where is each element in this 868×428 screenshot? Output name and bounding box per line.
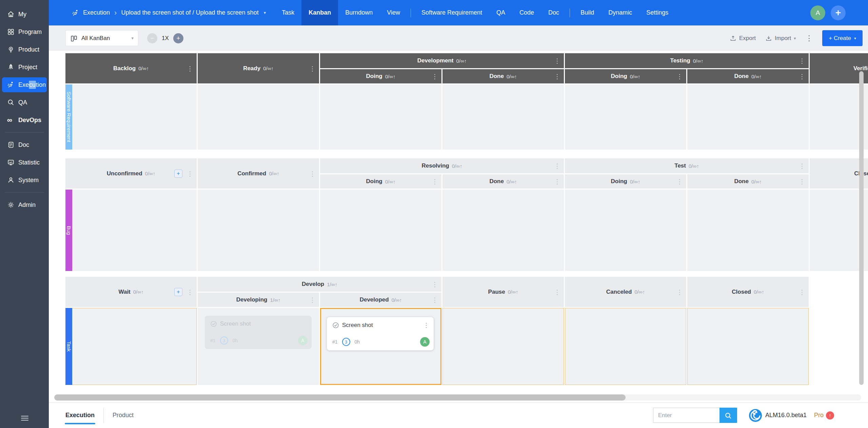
kanban-board-icon	[70, 35, 78, 42]
cell-testing-done[interactable]	[687, 84, 809, 150]
sidebar-item-statistic[interactable]: Statistic	[2, 155, 47, 170]
column-menu-icon[interactable]: ⋮	[799, 163, 805, 169]
sidebar-item-execution[interactable]: Execution	[2, 77, 47, 92]
breadcrumb-section[interactable]: Execution	[83, 9, 110, 16]
tab-task[interactable]: Task	[275, 0, 301, 25]
cell-developing[interactable]: Screen shot #1 3 0h A	[198, 308, 319, 385]
global-add-button[interactable]: +	[831, 5, 846, 20]
cell-unconfirmed[interactable]	[65, 190, 197, 271]
column-menu-icon[interactable]: ⋮	[554, 178, 560, 185]
zoom-out-button[interactable]: −	[147, 33, 157, 43]
more-actions-button[interactable]: ⋮	[805, 35, 813, 42]
column-menu-icon[interactable]: ⋮	[676, 73, 683, 80]
card-avatar[interactable]: A	[420, 337, 430, 347]
search-button[interactable]	[719, 408, 737, 423]
column-menu-icon[interactable]: ⋮	[432, 178, 438, 185]
sidebar-item-project[interactable]: Project	[2, 60, 47, 75]
vertical-scrollbar-thumb[interactable]	[859, 71, 864, 385]
column-menu-icon[interactable]: ⋮	[309, 297, 316, 303]
column-menu-icon[interactable]: ⋮	[799, 73, 805, 80]
cell-canceled[interactable]	[565, 308, 686, 385]
breadcrumb-title[interactable]: Upload the screen shot of / Upload the s…	[121, 9, 258, 16]
search-input[interactable]	[653, 408, 719, 423]
tab-dynamic[interactable]: Dynamic	[601, 0, 639, 25]
tab-view[interactable]: View	[380, 0, 407, 25]
tab-divider	[411, 8, 411, 17]
column-menu-icon[interactable]: ⋮	[187, 65, 193, 72]
column-menu-icon[interactable]: ⋮	[187, 170, 193, 177]
create-button[interactable]: + Create ▾	[822, 30, 863, 46]
tab-burndown[interactable]: Burndown	[338, 0, 380, 25]
sidebar-item-devops[interactable]: ∞ DevOps	[2, 113, 47, 128]
column-menu-icon[interactable]: ⋮	[799, 289, 805, 295]
sidebar-item-label: QA	[18, 99, 27, 106]
column-menu-icon[interactable]: ⋮	[432, 297, 438, 303]
cell-developed[interactable]: Screen shot ⋮ #1 3 0h A	[320, 308, 441, 385]
cell-confirmed[interactable]	[198, 190, 319, 271]
cell-pause[interactable]	[442, 308, 564, 385]
cell-wait[interactable]	[65, 308, 197, 385]
cell-ready[interactable]	[198, 84, 319, 150]
sidebar-item-system[interactable]: System	[2, 173, 47, 188]
column-menu-icon[interactable]: ⋮	[799, 58, 805, 64]
cell-test-doing[interactable]	[565, 190, 686, 271]
sidebar-item-program[interactable]: Program	[2, 24, 47, 39]
horizontal-scrollbar-thumb[interactable]	[54, 394, 626, 401]
sidebar-item-admin[interactable]: Admin	[2, 197, 47, 212]
task-card[interactable]: Screen shot ⋮ #1 3 0h A	[327, 317, 434, 350]
zoom-level: 1X	[162, 35, 169, 42]
tab-settings[interactable]: Settings	[639, 0, 675, 25]
cell-development-doing[interactable]	[320, 84, 441, 150]
column-menu-icon[interactable]: ⋮	[432, 73, 438, 80]
add-card-button[interactable]: +	[174, 288, 182, 296]
column-header-developed: Developed0/∞↑ ⋮	[320, 293, 441, 307]
column-menu-icon[interactable]: ⋮	[799, 178, 805, 185]
cell-resolving-done[interactable]	[442, 190, 564, 271]
column-menu-icon[interactable]: ⋮	[676, 178, 683, 185]
cell-test-done[interactable]	[687, 190, 809, 271]
menu-icon[interactable]	[21, 414, 28, 422]
column-menu-icon[interactable]: ⋮	[187, 289, 193, 295]
footer-tab-execution[interactable]: Execution	[57, 403, 103, 428]
card-menu-icon[interactable]: ⋮	[423, 322, 429, 328]
column-menu-icon[interactable]: ⋮	[554, 58, 560, 64]
tab-kanban[interactable]: Kanban	[301, 0, 338, 25]
add-card-button[interactable]: +	[174, 170, 182, 178]
column-menu-icon[interactable]: ⋮	[432, 281, 438, 288]
tab-build[interactable]: Build	[573, 0, 601, 25]
kanban-select[interactable]: All KanBan ▾	[65, 30, 138, 46]
column-menu-icon[interactable]: ⋮	[676, 289, 683, 295]
sidebar-item-my[interactable]: My	[2, 7, 47, 22]
avatar[interactable]: A	[810, 5, 825, 20]
column-header-testing-doing: Doing0/∞↑ ⋮	[565, 69, 686, 83]
tab-doc[interactable]: Doc	[541, 0, 566, 25]
task-card-ghost: Screen shot #1 3 0h A	[205, 316, 312, 349]
cell-testing-doing[interactable]	[565, 84, 686, 150]
column-menu-icon[interactable]: ⋮	[554, 163, 560, 169]
edition-label[interactable]: Pro	[814, 412, 824, 419]
sidebar-item-doc[interactable]: Doc	[2, 137, 47, 152]
cell-development-done[interactable]	[442, 84, 564, 150]
column-menu-icon[interactable]: ⋮	[309, 170, 316, 177]
cell-resolving-doing[interactable]	[320, 190, 441, 271]
footer-tab-product[interactable]: Product	[104, 403, 142, 428]
tab-software-requirement[interactable]: Software Requirement	[414, 0, 489, 25]
caret-down-icon[interactable]: ▾	[264, 10, 266, 15]
sidebar-item-qa[interactable]: QA	[2, 95, 47, 110]
tab-code[interactable]: Code	[512, 0, 541, 25]
export-button[interactable]: Export	[730, 35, 756, 42]
sidebar-item-product[interactable]: Product	[2, 42, 47, 57]
column-menu-icon[interactable]: ⋮	[309, 65, 316, 72]
cell-task-closed[interactable]	[687, 308, 809, 385]
import-button[interactable]: Import ▾	[765, 35, 796, 42]
column-header-development-doing: Doing0/∞↑ ⋮	[320, 69, 441, 83]
horizontal-scrollbar[interactable]	[54, 394, 861, 401]
column-menu-icon[interactable]: ⋮	[554, 289, 560, 295]
zoom-in-button[interactable]: +	[173, 33, 183, 43]
column-menu-icon[interactable]: ⋮	[554, 73, 560, 80]
tab-qa[interactable]: QA	[489, 0, 512, 25]
check-circle-icon	[210, 320, 217, 327]
cell-backlog[interactable]	[65, 84, 197, 150]
sidebar-item-label: System	[18, 177, 39, 184]
upgrade-badge[interactable]: ↑	[826, 411, 834, 420]
